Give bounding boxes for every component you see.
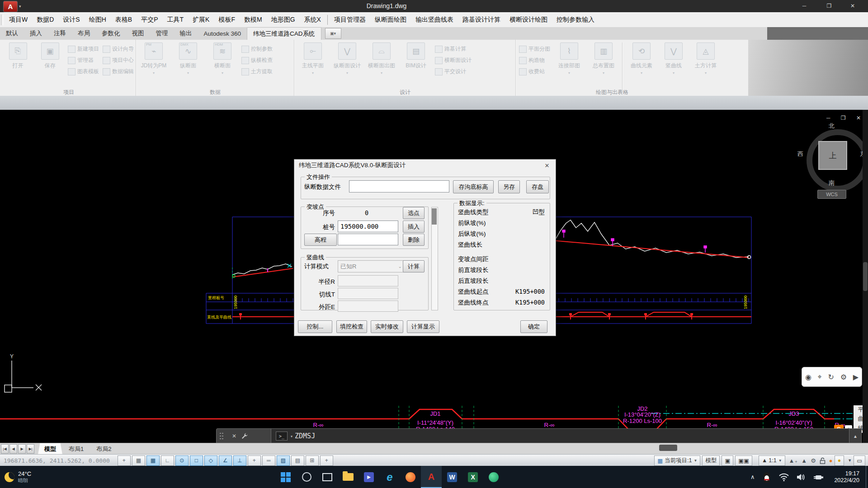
autocad-taskbar-button[interactable]: A xyxy=(421,466,442,488)
station-input[interactable] xyxy=(338,221,398,232)
command-input[interactable]: >_ ▾ ZDMSJ xyxy=(271,428,849,444)
word-button[interactable]: W xyxy=(442,466,462,488)
viewcube-top-face[interactable]: 上 xyxy=(818,141,847,170)
start-button[interactable] xyxy=(275,466,296,488)
tangent-input[interactable] xyxy=(338,288,398,299)
calc-display-button[interactable]: 计算显示 xyxy=(407,320,439,333)
cut-fill-check-button[interactable]: 填挖检查 xyxy=(336,320,367,333)
ok-button[interactable]: 确定 xyxy=(520,320,547,333)
search-button[interactable] xyxy=(296,466,317,488)
tab-layout2[interactable]: 布局2 xyxy=(90,443,118,455)
weather-widget[interactable]: 24°C 晴朗 xyxy=(5,470,31,484)
command-text[interactable]: ZDMSJ xyxy=(295,432,315,440)
tab-layout1[interactable]: 布局1 xyxy=(62,443,90,455)
selection-cycling-toggle[interactable]: ⊞ xyxy=(306,455,319,466)
infer-constraints-toggle[interactable]: + xyxy=(118,455,131,466)
pan-icon[interactable]: ⌖ xyxy=(818,373,822,381)
save-ditch-elevation-button[interactable]: 存沟底标高 xyxy=(453,180,494,193)
3d-object-snap-toggle[interactable]: ◇ xyxy=(204,455,217,466)
lineweight-toggle[interactable]: ═ xyxy=(262,455,275,466)
quick-view-drawings-button[interactable]: ▣▣ xyxy=(735,455,752,466)
compass-south-label[interactable]: 南 xyxy=(829,179,835,187)
current-project-dropdown[interactable]: ▦ 当前项目:1▼ xyxy=(654,455,700,466)
command-bar-handle[interactable]: ✕ xyxy=(216,428,271,444)
qq-icon[interactable] xyxy=(762,472,772,483)
lock-icon[interactable] xyxy=(820,457,826,464)
object-snap-toggle[interactable]: □ xyxy=(190,455,203,466)
polar-tracking-toggle[interactable]: ⊙ xyxy=(175,455,189,466)
first-layout-button[interactable]: |◀ xyxy=(1,444,9,454)
compass-west-label[interactable]: 西 xyxy=(797,150,803,158)
radius-input[interactable] xyxy=(338,275,398,286)
doc-window-controls[interactable]: ─ ❐ ✕ xyxy=(826,115,865,121)
tab-model[interactable]: 模型 xyxy=(38,443,62,455)
annotation-visibility-icon[interactable]: ▲₊ xyxy=(789,457,798,464)
calculate-button[interactable]: 计算 xyxy=(403,260,425,272)
grid-display-toggle[interactable]: ▦ xyxy=(146,455,160,466)
insert-button[interactable]: 插入 xyxy=(403,221,425,233)
canvas-scrollbar-thumb[interactable] xyxy=(863,262,868,291)
wrench-icon[interactable] xyxy=(241,432,248,440)
drag-grip-icon[interactable] xyxy=(219,432,224,440)
status-menu-icon[interactable]: ▼ xyxy=(848,458,852,463)
file-explorer-button[interactable] xyxy=(338,466,359,488)
hardware-acceleration-icon[interactable]: ● xyxy=(829,457,833,464)
dialog-close-icon[interactable]: ✕ xyxy=(542,161,552,169)
workspace-gear-icon[interactable]: ⚙ xyxy=(811,457,816,464)
pick-point-button[interactable]: 选点 xyxy=(403,207,425,219)
clock[interactable]: 19:17 2022/4/20 xyxy=(834,470,859,484)
command-history-button[interactable]: ▲ xyxy=(849,428,862,444)
compass-north-label[interactable]: 北 xyxy=(829,122,835,130)
dialog-scrollbar-thumb[interactable] xyxy=(432,208,437,225)
layout-scrollbar-thumb[interactable] xyxy=(659,445,677,451)
command-close-icon[interactable]: ✕ xyxy=(232,433,236,439)
control-button[interactable]: 控制... xyxy=(298,320,332,333)
show-desktop-button[interactable] xyxy=(866,466,868,488)
autoscale-icon[interactable]: ▲ xyxy=(801,457,807,464)
dialog-title-bar[interactable]: 纬地三维道路CAD系统V8.0-纵断面设计 xyxy=(294,160,556,171)
calc-mode-dropdown[interactable]: 已知R ⌄ xyxy=(338,260,405,272)
edge-button[interactable]: e xyxy=(379,466,400,488)
app-orange-button[interactable] xyxy=(400,466,421,488)
wcs-dropdown[interactable]: WCS xyxy=(817,190,846,199)
annotation-monitor-toggle[interactable]: + xyxy=(320,455,333,466)
save-button[interactable]: 存盘 xyxy=(526,180,549,193)
ortho-mode-toggle[interactable]: ∟ xyxy=(161,455,174,466)
excel-button[interactable]: X xyxy=(462,466,483,488)
model-space-button[interactable]: 模型 xyxy=(702,455,720,466)
delete-button[interactable]: 删除 xyxy=(403,234,425,246)
last-layout-button[interactable]: ▶| xyxy=(27,444,34,454)
quick-properties-toggle[interactable]: ▤ xyxy=(291,455,304,466)
wifi-icon[interactable] xyxy=(779,473,789,481)
dialog-scrollbar[interactable] xyxy=(431,207,438,310)
app-green-button[interactable] xyxy=(483,466,504,488)
media-app-button[interactable]: ▶ xyxy=(359,466,379,488)
tray-chevron-icon[interactable]: ∧ xyxy=(750,474,755,480)
task-view-button[interactable] xyxy=(317,466,338,488)
dynamic-input-toggle[interactable]: + xyxy=(248,455,261,466)
external-input[interactable] xyxy=(338,300,398,312)
realtime-modify-button[interactable]: 实时修改 xyxy=(371,320,403,333)
annotation-scale-dropdown[interactable]: ▲ 1:1▼ xyxy=(759,455,785,466)
viewcube[interactable]: 北 南 西 东 上 WCS xyxy=(797,123,867,203)
steering-wheel-icon[interactable]: ◉ xyxy=(805,373,811,381)
next-layout-button[interactable]: ▶ xyxy=(18,444,26,454)
elevation-toggle-button[interactable]: 高程 xyxy=(304,234,337,246)
power-plug-icon[interactable] xyxy=(813,473,824,481)
command-dropdown-icon[interactable]: ▾ xyxy=(290,434,293,439)
volume-icon[interactable] xyxy=(796,473,806,481)
navigation-bar[interactable]: ◉ ⌖ ↻ ⚙ ▶ xyxy=(802,367,862,387)
elevation-input[interactable] xyxy=(338,234,398,245)
snap-mode-toggle[interactable]: ▦ xyxy=(132,455,145,466)
quick-view-layouts-button[interactable]: ▣ xyxy=(722,455,733,466)
isolate-objects-button[interactable]: ● xyxy=(835,455,844,466)
dynamic-ucs-toggle[interactable]: ⊥ xyxy=(233,455,246,466)
clean-screen-button[interactable]: ▭ xyxy=(854,455,865,466)
transparency-toggle[interactable]: ▨ xyxy=(277,455,290,466)
profile-data-file-input[interactable] xyxy=(349,180,449,192)
settings-gear-icon[interactable]: ⚙ xyxy=(840,373,847,381)
prev-layout-button[interactable]: ◀ xyxy=(9,444,17,454)
showmotion-icon[interactable]: ▶ xyxy=(853,373,859,381)
orbit-icon[interactable]: ↻ xyxy=(828,373,834,381)
object-snap-tracking-toggle[interactable]: ∠ xyxy=(219,455,232,466)
